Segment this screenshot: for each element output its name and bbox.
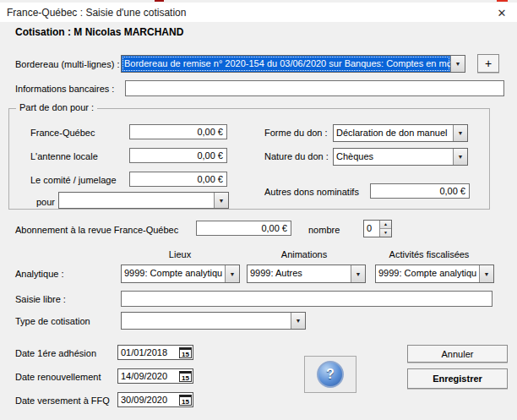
type-cotisation-selected-value xyxy=(122,313,291,329)
date-versement-ffq-value: 30/09/2020 xyxy=(118,394,179,406)
abonnement-amount-field[interactable]: 0,00 € xyxy=(196,221,291,236)
close-icon[interactable]: ✕ xyxy=(493,6,511,21)
save-button[interactable]: Enregistrer xyxy=(407,368,508,389)
chevron-down-icon[interactable]: ▼ xyxy=(450,56,465,72)
comite-jumelage-amount-field[interactable]: 0,00 € xyxy=(129,172,227,187)
nature-du-don-selected-value: Chèques xyxy=(334,149,453,165)
date-premiere-adhesion-field[interactable]: 01/01/2018 15 xyxy=(117,345,193,360)
nature-du-don-label: Nature du don : xyxy=(264,151,329,161)
column-header-animations: Animations xyxy=(281,249,327,259)
forme-du-don-select[interactable]: Déclaration de don manuel ▼ xyxy=(333,124,468,142)
nombre-stepper[interactable]: 0 ▲ ▼ xyxy=(363,220,392,237)
analytique-lieux-select[interactable]: 9999: Compte analytiqu ▼ xyxy=(121,265,240,283)
infos-bancaires-label: Informations bancaires : xyxy=(15,84,114,94)
chevron-down-icon[interactable]: ▼ xyxy=(453,125,467,141)
date-renouvellement-field[interactable]: 14/09/2020 15 xyxy=(117,368,193,384)
chevron-down-icon[interactable]: ▼ xyxy=(214,193,228,208)
chevron-down-icon[interactable]: ▼ xyxy=(479,265,493,282)
pour-label: pour xyxy=(36,197,55,207)
chevron-down-icon[interactable]: ▼ xyxy=(291,313,305,329)
column-header-activites-fiscalisees: Activités fiscalisées xyxy=(389,249,470,259)
saisie-libre-input[interactable] xyxy=(121,291,493,307)
bordereau-selected-value: Bordereau de remise n° 2020-154 du 03/06… xyxy=(122,56,450,72)
saisie-libre-label: Saisie libre : xyxy=(15,294,66,304)
analytique-activites-selected-value: 9999: Compte analytiqu xyxy=(376,265,479,282)
chevron-down-icon[interactable]: ▼ xyxy=(225,265,239,282)
autres-dons-amount-field[interactable]: 0,00 € xyxy=(370,183,470,199)
window-title: France-Québec : Saisie d'une cotisation xyxy=(7,7,186,19)
date-versement-ffq-field[interactable]: 30/09/2020 15 xyxy=(117,392,193,407)
france-quebec-amount-field[interactable]: 0,00 € xyxy=(129,124,227,139)
type-cotisation-select[interactable]: ▼ xyxy=(121,312,306,330)
france-quebec-label: France-Québec xyxy=(30,128,95,138)
forme-du-don-label: Forme du don : xyxy=(264,128,328,138)
comite-jumelage-label: Le comité / jumelage xyxy=(30,175,117,185)
nature-du-don-select[interactable]: Chèques ▼ xyxy=(333,148,468,166)
calendar-icon[interactable]: 15 xyxy=(179,347,192,358)
antenne-locale-label: L'antenne locale xyxy=(30,151,98,161)
date-premiere-adhesion-value: 01/01/2018 xyxy=(118,346,179,358)
date-renouvellement-value: 14/09/2020 xyxy=(118,370,179,382)
pour-selected-value xyxy=(59,193,214,208)
date-premiere-adhesion-label: Date 1ére adhésion xyxy=(15,348,96,358)
date-renouvellement-label: Date renouvellement xyxy=(15,372,101,382)
nombre-value: 0 xyxy=(364,221,379,237)
background-artifact xyxy=(497,0,508,2)
nombre-label: nombre xyxy=(308,225,340,235)
type-cotisation-label: Type de cotisation xyxy=(15,316,90,326)
pour-select[interactable]: ▼ xyxy=(58,192,229,209)
infos-bancaires-input[interactable] xyxy=(125,80,504,96)
analytique-label: Analytique : xyxy=(15,269,63,279)
titlebar: France-Québec : Saisie d'une cotisation … xyxy=(0,3,517,22)
analytique-animations-selected-value: 9999: Autres xyxy=(248,265,351,282)
calendar-icon[interactable]: 15 xyxy=(179,371,192,382)
help-button[interactable]: ? xyxy=(304,356,356,393)
bordereau-label: Bordereau (multi-lignes) : xyxy=(15,59,120,69)
calendar-icon[interactable]: 15 xyxy=(179,395,192,406)
page-title: Cotisation : M Nicolas MARCHAND xyxy=(15,26,183,38)
spin-up-icon[interactable]: ▲ xyxy=(380,221,391,229)
add-bordereau-button[interactable]: + xyxy=(477,54,499,73)
analytique-lieux-selected-value: 9999: Compte analytiqu xyxy=(122,265,225,282)
bordereau-select[interactable]: Bordereau de remise n° 2020-154 du 03/06… xyxy=(121,55,465,73)
abonnement-label: Abonnement à la revue France-Québec xyxy=(15,225,178,235)
autres-dons-label: Autres dons nominatifs xyxy=(264,187,359,197)
cotisation-dialog: France-Québec : Saisie d'une cotisation … xyxy=(0,0,517,420)
help-icon: ? xyxy=(317,361,344,388)
background-artifact xyxy=(155,0,164,2)
spin-down-icon[interactable]: ▼ xyxy=(380,229,391,237)
chevron-down-icon[interactable]: ▼ xyxy=(453,149,467,165)
forme-du-don-selected-value: Déclaration de don manuel xyxy=(334,125,453,141)
part-de-don-legend: Part de don pour : xyxy=(16,102,97,112)
analytique-activites-select[interactable]: 9999: Compte analytiqu ▼ xyxy=(375,265,494,283)
analytique-animations-select[interactable]: 9999: Autres ▼ xyxy=(247,265,366,283)
date-versement-ffq-label: Date versement à FFQ xyxy=(15,395,110,406)
chevron-down-icon[interactable]: ▼ xyxy=(351,265,365,282)
cancel-button[interactable]: Annuler xyxy=(407,345,508,363)
antenne-locale-amount-field[interactable]: 0,00 € xyxy=(129,148,227,163)
column-header-lieux: Lieux xyxy=(169,249,191,259)
part-de-don-groupbox: Part de don pour : France-Québec 0,00 € … xyxy=(8,108,490,210)
